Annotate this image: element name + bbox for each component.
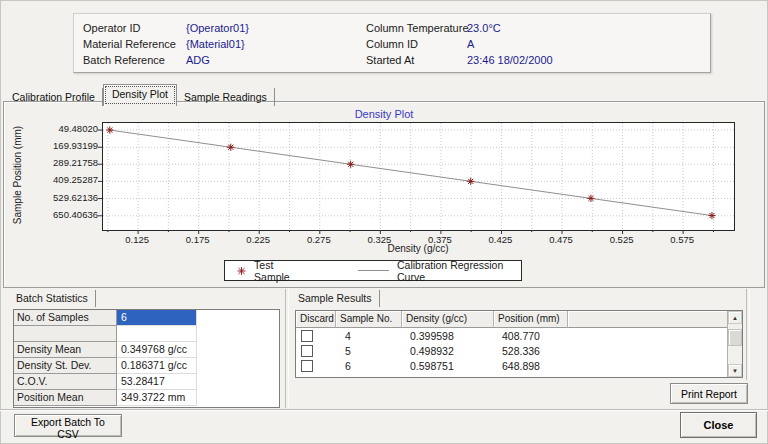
stat-label: No. of Samples (14, 310, 117, 326)
stat-value-selected[interactable]: 6 (117, 310, 197, 326)
sample-results-table: Discard Sample No. Density (g/cc) Positi… (295, 310, 743, 378)
bottom-separator (0, 409, 768, 411)
test-sample-marker-icon (237, 266, 246, 276)
table-row: C.O.V.53.28417 (14, 374, 279, 390)
batch-info-right-column: Column Temperature23.0°C Column IDA Star… (366, 22, 553, 70)
x-tick-label: 0.225 (235, 234, 281, 245)
y-tick-label: 289.21758 (34, 157, 98, 168)
operator-id-label: Operator ID (83, 22, 186, 38)
stat-value[interactable]: 349.3722 mm (117, 390, 197, 406)
x-tick-label: 0.425 (477, 234, 523, 245)
position-cell: 648.898 (494, 360, 568, 372)
sample-no-cell: 4 (336, 330, 402, 342)
table-row[interactable]: 6 0.598751 648.898 (296, 358, 742, 373)
x-tick-label: 0.275 (296, 234, 342, 245)
tab-strip: Calibration ProfileDensity PlotSample Re… (5, 84, 275, 102)
material-reference-label: Material Reference (83, 38, 186, 54)
section-divider (285, 289, 289, 408)
column-header-density[interactable]: Density (g/cc) (402, 311, 494, 328)
started-at-label: Started At (366, 54, 467, 70)
started-at-value: 23:46 18/02/2000 (467, 54, 553, 70)
x-tick-label: 0.375 (417, 234, 463, 245)
density-plot-page: Density Plot Sample Position (mm) Densit… (3, 101, 765, 288)
table-row[interactable]: 5 0.498932 528.336 (296, 343, 742, 358)
column-temperature-label: Column Temperature (366, 22, 467, 38)
x-tick-label: 0.575 (659, 234, 705, 245)
position-cell: 408.770 (494, 330, 568, 342)
column-header-sample-no[interactable]: Sample No. (336, 311, 402, 328)
stat-value[interactable]: 0.186371 g/cc (117, 358, 197, 374)
scrollbar-thumb[interactable] (728, 329, 742, 346)
tab-calibration-profile[interactable]: Calibration Profile (5, 88, 103, 106)
y-tick-label: 409.25287 (34, 174, 98, 185)
density-plot-chart (103, 123, 734, 230)
legend-test-sample-label: Test Sample (254, 259, 306, 283)
column-id-value: A (467, 38, 474, 54)
stat-value[interactable]: 53.28417 (117, 374, 197, 390)
sample-no-cell: 5 (336, 345, 402, 357)
stat-label: Density St. Dev. (14, 358, 117, 374)
batch-statistics-table: No. of Samples6 Density Mean0.349768 g/c… (13, 309, 280, 408)
section-divider (746, 289, 750, 380)
y-tick-label: 169.93199 (34, 140, 98, 151)
chart-legend: Test Sample Calibration Regression Curve (224, 260, 522, 281)
stat-label: Position Mean (14, 390, 117, 406)
table-row: Density Mean0.349768 g/cc (14, 342, 279, 358)
x-tick-label: 0.125 (114, 234, 160, 245)
stat-label: Density Mean (14, 342, 117, 358)
y-axis-title: Sample Position (mm) (12, 105, 26, 245)
tab-sample-readings[interactable]: Sample Readings (177, 88, 275, 106)
table-row[interactable]: 4 0.399598 408.770 (296, 328, 742, 343)
discard-checkbox[interactable] (301, 330, 313, 342)
discard-checkbox[interactable] (301, 345, 313, 357)
close-button[interactable]: Close (680, 412, 757, 438)
position-cell: 528.336 (494, 345, 568, 357)
export-batch-csv-button[interactable]: Export Batch To CSV (14, 414, 122, 437)
stat-value[interactable]: 0.349768 g/cc (117, 342, 197, 358)
density-cell: 0.399598 (402, 330, 494, 342)
column-header-position[interactable]: Position (mm) (494, 311, 568, 328)
sample-results-header: Sample Results (296, 290, 380, 307)
operator-id-value: {Operator01} (186, 22, 249, 38)
batch-reference-label: Batch Reference (83, 54, 186, 70)
batch-statistics-header: Batch Statistics (14, 290, 96, 307)
stat-label (14, 326, 117, 342)
x-tick-label: 0.525 (599, 234, 645, 245)
vertical-scrollbar[interactable]: ▲ ▼ (727, 311, 742, 377)
x-tick-label: 0.475 (538, 234, 584, 245)
discard-checkbox[interactable] (301, 360, 313, 372)
tab-density-plot[interactable]: Density Plot (103, 84, 177, 106)
table-row: Density St. Dev.0.186371 g/cc (14, 358, 279, 374)
density-cell: 0.498932 (402, 345, 494, 357)
stat-label: C.O.V. (14, 374, 117, 390)
plot-area (102, 122, 735, 231)
results-header-row: Discard Sample No. Density (g/cc) Positi… (296, 311, 742, 328)
print-report-button[interactable]: Print Report (670, 383, 748, 404)
column-temperature-value: 23.0°C (467, 22, 501, 38)
chart-title: Density Plot (4, 108, 764, 120)
density-cell: 0.598751 (402, 360, 494, 372)
column-id-label: Column ID (366, 38, 467, 54)
scroll-up-icon[interactable]: ▲ (728, 311, 742, 324)
column-header-discard[interactable]: Discard (296, 311, 336, 328)
density-column-dialog: Operator ID{Operator01} Material Referen… (0, 0, 768, 444)
x-tick-label: 0.325 (356, 234, 402, 245)
batch-info-left-column: Operator ID{Operator01} Material Referen… (83, 22, 249, 70)
x-tick-label: 0.175 (175, 234, 221, 245)
stat-value[interactable] (117, 326, 197, 342)
y-tick-label: 650.40636 (34, 209, 98, 220)
y-tick-label: 529.62136 (34, 192, 98, 203)
scroll-down-icon[interactable]: ▼ (728, 364, 742, 377)
material-reference-value: {Material01} (186, 38, 245, 54)
regression-line-icon (358, 270, 389, 271)
table-row (14, 326, 279, 342)
table-row: Position Mean349.3722 mm (14, 390, 279, 406)
y-tick-label: 49.48020 (34, 123, 98, 134)
table-row: No. of Samples6 (14, 310, 279, 326)
sample-no-cell: 6 (336, 360, 402, 372)
legend-regression-label: Calibration Regression Curve (397, 259, 521, 283)
batch-reference-value: ADG (186, 54, 210, 70)
batch-info-panel: Operator ID{Operator01} Material Referen… (73, 13, 711, 73)
column-header-filler (568, 311, 742, 328)
